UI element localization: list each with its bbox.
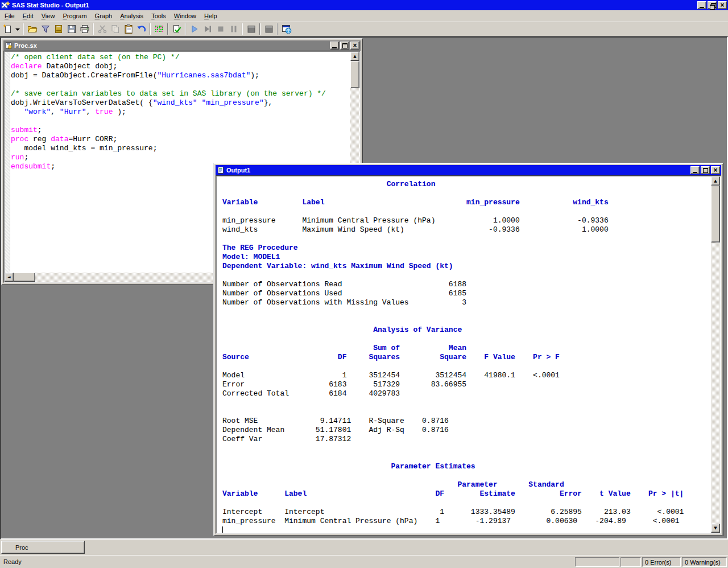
menu-item-edit[interactable]: Edit [19,11,38,20]
print-button[interactable] [78,23,91,35]
dark-square-icon [246,24,257,34]
status-errors: 0 Error(s) [642,557,681,567]
output-line: Error 6183 517329 83.66955 [222,380,711,389]
close-button[interactable]: × [718,1,727,9]
scroll-up-icon[interactable]: ▲ [711,176,720,186]
menu-item-view[interactable]: View [38,11,59,20]
paste-button[interactable] [122,23,135,35]
output-line [222,453,711,462]
menu-item-graph[interactable]: Graph [91,11,117,20]
statusbar: Ready 0 Error(s) 0 Warning(s) [0,555,728,568]
menu-item-tools[interactable]: Tools [147,11,170,20]
output-window[interactable]: Output1 × Correlation Variable Label min… [213,163,723,536]
mdi-area: Proc.sx × /* open client data set (on th… [0,36,728,540]
proc-window-titlebar[interactable]: Proc.sx × [3,40,361,51]
output-vertical-scrollbar[interactable]: ▲ ▼ [711,176,720,533]
restore-button[interactable] [708,1,717,9]
toolbar-separator [150,23,151,35]
output-window-titlebar[interactable]: Output1 × [216,165,721,175]
output-line: Dependent Mean 51.17801 Adj R-Sq 0.8716 [222,426,711,435]
data-grid-button[interactable] [152,23,166,35]
step-button[interactable] [201,23,214,35]
server-globe-button[interactable] [280,23,293,35]
status-panel-1 [575,557,619,567]
page-check-icon [172,24,182,34]
undo-arrow-icon [136,24,147,34]
output-line [222,189,711,198]
output-vscroll-thumb[interactable] [711,186,720,242]
clipboard-icon [123,24,134,34]
scroll-up-icon[interactable]: ▲ [350,52,359,61]
filter-button[interactable] [39,23,52,35]
proc-minimize-button[interactable] [330,42,339,50]
workspace-tabstrip: Proc [0,540,728,555]
proc-vscroll-thumb[interactable] [350,61,359,88]
output-line: Root MSE 9.14711 R-Square 0.8716 [222,417,711,426]
code-line: "work", "Hurr", true ); [11,108,350,117]
undo-button[interactable] [135,23,148,35]
code-line: dobj = DataObject.CreateFromFile("Hurric… [11,71,350,80]
new-program-dropdown[interactable] [14,23,21,35]
menubar: FileEditViewProgramGraphAnalysisToolsWin… [0,10,728,22]
run-program-button[interactable] [170,23,183,35]
pause-icon [229,24,239,34]
stop-button[interactable] [214,23,227,35]
output-line [222,471,711,480]
status-message: Ready [1,558,574,565]
minimize-button[interactable] [697,1,706,9]
window-title: SAS Stat Studio - Output1 [12,2,697,9]
menu-item-program[interactable]: Program [59,11,90,20]
output-line [222,408,711,417]
output-minimize-button[interactable] [690,166,700,174]
output-document-icon [217,166,225,174]
tab-proc[interactable]: Proc [1,541,85,554]
scroll-left-icon[interactable]: ◄ [5,273,14,282]
open-button[interactable] [26,23,39,35]
proc-maximize-button[interactable] [340,42,349,50]
proc-close-button[interactable]: × [350,42,359,50]
titlebar[interactable]: SAS Stat Studio - Output1 × [0,0,728,10]
save-button[interactable] [65,23,78,35]
data-set-button[interactable] [52,23,65,35]
code-line [11,117,350,126]
dark-square-button-1[interactable] [245,23,258,35]
stop-icon [216,24,226,34]
scissors-icon [97,24,107,34]
code-line: proc reg data=Hurr CORR; [11,135,350,144]
output-line: The REG Procedure [222,244,711,253]
menu-item-analysis[interactable]: Analysis [116,11,147,20]
program-document-icon [5,42,13,50]
toolbar-separator [277,23,278,35]
copy-button[interactable] [109,23,122,35]
output-line: Number of Observations Read 6188 [222,280,711,289]
output-line: Intercept Intercept 1 1333.35489 6.25895… [222,508,711,517]
text-caret [222,526,711,533]
menu-item-help[interactable]: Help [200,11,221,20]
output-maximize-button[interactable] [701,166,710,174]
globe-window-icon [282,24,292,34]
output-line: min_pressure Minimum Central Pressure (h… [222,216,711,225]
code-line: dobj.WriteVarsToServerDataSet( {"wind_kt… [11,98,350,108]
listing-output[interactable]: Correlation Variable Label min_pressure … [217,176,711,533]
scroll-down-icon[interactable]: ▼ [711,524,720,533]
menu-item-window[interactable]: Window [170,11,200,20]
code-line: run; [11,153,350,162]
output-line [222,234,711,244]
output-line [222,499,711,508]
output-close-button[interactable]: × [711,166,720,174]
output-line: Parameter Standard [222,480,711,489]
output-line: Number of Observations with Missing Valu… [222,298,711,307]
output-line [222,307,711,316]
code-line: /* open client data set (on the PC) */ [11,53,350,62]
dark-square-button-2[interactable] [262,23,275,35]
printer-icon [80,24,90,34]
menu-item-file[interactable]: File [1,11,19,20]
pause-button[interactable] [227,23,240,35]
toolbar-separator [242,23,243,35]
play-button[interactable] [188,23,201,35]
cut-button[interactable] [96,23,109,35]
status-warnings: 0 Warning(s) [682,557,727,567]
code-line: submit; [11,126,350,135]
output-line: Number of Observations Used 6185 [222,289,711,298]
proc-hscroll-thumb[interactable] [14,273,35,282]
